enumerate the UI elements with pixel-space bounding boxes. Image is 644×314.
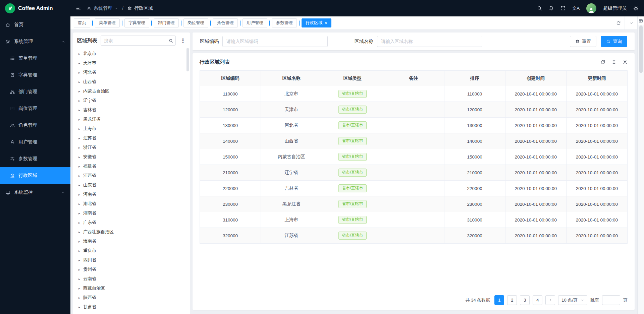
sidebar-item-dept[interactable]: 部门管理 xyxy=(0,83,70,100)
sidebar-item-dict[interactable]: 字典管理 xyxy=(0,67,70,83)
page-button-3[interactable]: 3 xyxy=(520,295,530,305)
table-row[interactable]: 140000山西省省市/直辖市1400002020-10-01 00:00:00… xyxy=(200,133,628,149)
tree-item[interactable]: ▸河南省 xyxy=(76,190,190,199)
caret-right-icon[interactable]: ▸ xyxy=(78,71,80,74)
row-height-icon[interactable] xyxy=(611,60,616,65)
tree-search-input[interactable] xyxy=(101,38,166,43)
column-settings-gear-icon[interactable] xyxy=(623,60,628,65)
tree-item[interactable]: ▸河北省 xyxy=(76,68,190,77)
table-row[interactable]: 130000河北省省市/直辖市1300002020-10-01 00:00:00… xyxy=(200,118,628,133)
tab-item[interactable]: 首页 xyxy=(74,18,90,27)
caret-right-icon[interactable]: ▸ xyxy=(78,268,80,271)
collapse-sidebar-icon[interactable] xyxy=(76,6,81,11)
tree-item[interactable]: ▸吉林省 xyxy=(76,105,190,115)
tree-item[interactable]: ▸湖北省 xyxy=(76,199,190,208)
tab-item[interactable]: 岗位管理 xyxy=(183,18,208,27)
close-icon[interactable]: × xyxy=(325,21,327,25)
caret-right-icon[interactable]: ▸ xyxy=(78,61,80,65)
page-button-2[interactable]: 2 xyxy=(507,295,517,305)
table-row[interactable]: 150000内蒙古自治区省市/直辖市1500002020-10-01 00:00… xyxy=(200,149,628,165)
chevron-down-icon[interactable] xyxy=(625,16,637,29)
table-row[interactable]: 310000上海市省市/直辖市3100002020-10-01 00:00:00… xyxy=(200,212,628,228)
tree-item[interactable]: ▸重庆市 xyxy=(76,246,190,255)
sidebar-item-region[interactable]: 行政区域 xyxy=(0,167,70,184)
tree-item[interactable]: ▸江西省 xyxy=(76,171,190,180)
table-row[interactable]: 230000黑龙江省省市/直辖市2300002020-10-01 00:00:0… xyxy=(200,196,628,212)
caret-right-icon[interactable]: ▸ xyxy=(78,89,80,93)
tree-item[interactable]: ▸陕西省 xyxy=(76,293,190,302)
bell-icon[interactable] xyxy=(549,6,554,11)
tab-item[interactable]: 字典管理 xyxy=(124,18,149,27)
tree-item[interactable]: ▸山东省 xyxy=(76,180,190,190)
tree-item[interactable]: ▸云南省 xyxy=(76,274,190,284)
tree-scrollbar-thumb[interactable] xyxy=(186,48,189,71)
caret-right-icon[interactable]: ▸ xyxy=(78,287,80,290)
sidebar-item-system[interactable]: 系统管理 xyxy=(0,33,70,50)
sidebar-item-role[interactable]: 角色管理 xyxy=(0,117,70,134)
reset-button[interactable]: 重置 xyxy=(570,36,596,47)
sidebar-item-param[interactable]: 参数管理 xyxy=(0,150,70,167)
breadcrumb-group[interactable]: 系统管理 xyxy=(94,5,112,11)
caret-right-icon[interactable]: ▸ xyxy=(78,146,80,149)
tree-item[interactable]: ▸青海省 xyxy=(76,312,190,314)
tab-item[interactable]: 参数管理 xyxy=(272,18,297,27)
app-logo[interactable]: Coffee Admin xyxy=(0,0,70,16)
tab-item[interactable]: 菜单管理 xyxy=(95,18,120,27)
tab-item[interactable]: 用户管理 xyxy=(243,18,267,27)
search-icon[interactable] xyxy=(537,6,542,11)
more-vertical-icon[interactable]: ⋮ xyxy=(179,37,187,44)
page-button-1[interactable]: 1 xyxy=(494,295,504,305)
sidebar-item-menu[interactable]: 菜单管理 xyxy=(0,50,70,67)
tree-item[interactable]: ▸安徽省 xyxy=(76,152,190,162)
caret-right-icon[interactable]: ▸ xyxy=(78,80,80,84)
tree-item[interactable]: ▸江苏省 xyxy=(76,133,190,143)
tree-item[interactable]: ▸湖南省 xyxy=(76,208,190,218)
tree-item[interactable]: ▸北京市 xyxy=(76,49,190,58)
tree-item[interactable]: ▸广东省 xyxy=(76,218,190,227)
page-button-4[interactable]: 4 xyxy=(533,295,542,305)
refresh-icon[interactable] xyxy=(600,60,605,65)
caret-right-icon[interactable]: ▸ xyxy=(78,258,80,262)
tree-item[interactable]: ▸山西省 xyxy=(76,77,190,86)
caret-right-icon[interactable]: ▸ xyxy=(78,127,80,131)
settings-gear-icon[interactable] xyxy=(633,6,639,11)
chevron-down-icon[interactable] xyxy=(115,7,118,10)
caret-right-icon[interactable]: ▸ xyxy=(78,183,80,187)
query-button[interactable]: 查询 xyxy=(601,36,627,47)
username[interactable]: 超级管理员 xyxy=(603,5,627,11)
tree-item[interactable]: ▸四川省 xyxy=(76,255,190,265)
tree-item[interactable]: ▸黑龙江省 xyxy=(76,115,190,124)
caret-right-icon[interactable]: ▸ xyxy=(78,211,80,215)
caret-right-icon[interactable]: ▸ xyxy=(78,99,80,103)
page-scrollbar-thumb[interactable] xyxy=(639,25,643,73)
search-icon[interactable] xyxy=(166,36,175,45)
caret-right-icon[interactable]: ▸ xyxy=(78,118,80,121)
tree-item[interactable]: ▸甘肃省 xyxy=(76,302,190,312)
page-scrollbar-track[interactable] xyxy=(638,25,644,314)
layout-icon[interactable] xyxy=(639,16,643,25)
sidebar-item-post[interactable]: 岗位管理 xyxy=(0,100,70,117)
table-row[interactable]: 110000北京市省市/直辖市1100002020-10-01 00:00:00… xyxy=(200,86,628,102)
page-size-select[interactable]: 10 条/页 xyxy=(558,295,587,305)
caret-right-icon[interactable]: ▸ xyxy=(78,296,80,300)
table-row[interactable]: 220000吉林省省市/直辖市2200002020-10-01 00:00:00… xyxy=(200,181,628,196)
avatar[interactable] xyxy=(586,3,596,13)
sidebar-item-home[interactable]: 首页 xyxy=(0,16,70,33)
tab-item[interactable]: 部门管理 xyxy=(154,18,179,27)
caret-right-icon[interactable]: ▸ xyxy=(78,136,80,140)
table-row[interactable]: 210000辽宁省省市/直辖市2100002020-10-01 00:00:00… xyxy=(200,165,628,181)
fullscreen-icon[interactable] xyxy=(560,6,566,11)
caret-right-icon[interactable]: ▸ xyxy=(78,165,80,168)
region-code-input[interactable] xyxy=(222,36,328,47)
caret-right-icon[interactable]: ▸ xyxy=(78,52,80,56)
caret-right-icon[interactable]: ▸ xyxy=(78,202,80,206)
caret-right-icon[interactable]: ▸ xyxy=(78,193,80,196)
tree-item[interactable]: ▸辽宁省 xyxy=(76,96,190,105)
tree-item[interactable]: ▸内蒙古自治区 xyxy=(76,86,190,96)
tree-item[interactable]: ▸西藏自治区 xyxy=(76,284,190,293)
caret-right-icon[interactable]: ▸ xyxy=(78,305,80,309)
tree-item[interactable]: ▸福建省 xyxy=(76,162,190,171)
caret-right-icon[interactable]: ▸ xyxy=(78,174,80,178)
caret-right-icon[interactable]: ▸ xyxy=(78,221,80,225)
caret-right-icon[interactable]: ▸ xyxy=(78,108,80,112)
